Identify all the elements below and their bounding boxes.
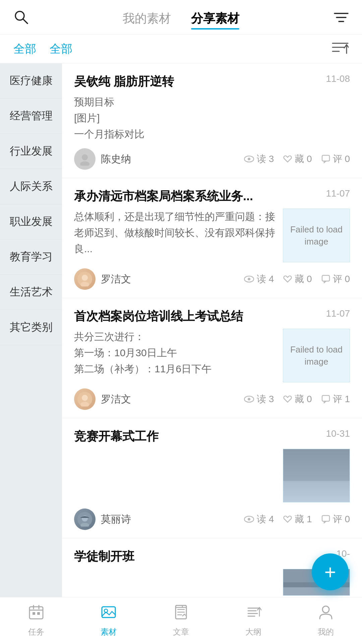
- card-3-read: 读 3: [244, 393, 274, 406]
- card-3-footer: 罗洁文 读 3 藏 0 评 1: [74, 388, 350, 410]
- card-2-avatar: [74, 268, 96, 290]
- sidebar: 医疗健康 经营管理 行业发展 人际关系 职业发展 教育学习 生活艺术 其它类别: [0, 63, 62, 627]
- nav-label-task: 任务: [28, 627, 44, 637]
- svg-rect-44: [322, 516, 329, 521]
- sort-icon[interactable]: [332, 41, 349, 57]
- card-2-title: 承办清远市档案局档案系统业务...: [74, 188, 319, 205]
- svg-rect-26: [283, 449, 350, 502]
- meeting-room-image: [283, 449, 350, 502]
- card-1-read: 读 3: [244, 153, 274, 165]
- svg-rect-29: [293, 452, 340, 471]
- card-3-title: 首次档案岗位培训线上考试总结: [74, 308, 319, 325]
- sidebar-item-management[interactable]: 经营管理: [0, 99, 62, 134]
- card-4-date: 10-31: [326, 428, 350, 439]
- subtab-all1[interactable]: 全部: [13, 41, 36, 57]
- card-4-body: [74, 449, 350, 502]
- svg-rect-25: [322, 395, 329, 401]
- nav-item-material[interactable]: 素材: [72, 604, 145, 637]
- svg-point-67: [322, 606, 329, 613]
- card-1-body: 预期目标[图片]一个月指标对比: [74, 94, 350, 142]
- nav-item-profile[interactable]: 我的: [290, 604, 362, 637]
- card-1-author: 陈史纳: [101, 152, 239, 166]
- card-3-date: 11-07: [326, 308, 350, 319]
- svg-point-10: [80, 161, 89, 166]
- subtab-all2[interactable]: 全部: [50, 41, 72, 57]
- header-tabs: 我的素材 分享素材: [123, 10, 239, 27]
- sidebar-item-relations[interactable]: 人际关系: [0, 169, 62, 204]
- card-1-date: 11-08: [326, 73, 350, 84]
- sidebar-item-industry[interactable]: 行业发展: [0, 134, 62, 169]
- svg-rect-13: [322, 155, 329, 161]
- card-2[interactable]: 承办清远市档案局档案系统业务... 11-07 总体顺利，还是出现了细节性的严重…: [62, 178, 362, 298]
- card-2-text: 总体顺利，还是出现了细节性的严重问题：接老师迟到、做核酸时间较长、没有跟邓科保持…: [74, 209, 276, 262]
- search-icon[interactable]: [13, 9, 28, 28]
- tab-my[interactable]: 我的素材: [123, 10, 171, 27]
- card-2-date: 11-07: [326, 188, 350, 199]
- svg-rect-36: [318, 480, 324, 488]
- card-2-comment: 评 0: [321, 273, 350, 285]
- nav-item-task[interactable]: 任务: [0, 604, 72, 637]
- plus-icon: +: [324, 560, 336, 584]
- filter-icon[interactable]: [334, 10, 349, 27]
- nav-item-article[interactable]: 文章: [145, 604, 217, 637]
- card-4-title: 竞赛开幕式工作: [74, 428, 319, 445]
- svg-rect-30: [295, 454, 339, 470]
- sidebar-item-education[interactable]: 教育学习: [0, 239, 62, 275]
- user-icon: [318, 604, 334, 624]
- sidebar-item-art[interactable]: 生活艺术: [0, 275, 62, 310]
- card-4[interactable]: 竞赛开幕式工作 10-31: [62, 418, 362, 538]
- card-1[interactable]: 吴钦纯 脂肪肝逆转 11-08 预期目标[图片]一个月指标对比 陈史纳 读 3: [62, 63, 362, 178]
- card-1-footer: 陈史纳 读 3 藏 0 评 0: [74, 148, 350, 170]
- svg-point-12: [248, 158, 250, 160]
- nav-item-outline[interactable]: 大纲: [217, 604, 290, 637]
- card-4-stats: 读 4 藏 1 评 0: [244, 513, 350, 526]
- card-4-header: 竞赛开幕式工作 10-31: [74, 428, 350, 445]
- svg-rect-27: [283, 449, 350, 476]
- svg-point-18: [248, 278, 250, 280]
- card-3-text: 共分三次进行：第一场：10月30日上午第二场（补考）：11月6日下午: [74, 329, 276, 382]
- nav-label-material: 素材: [101, 627, 117, 637]
- svg-point-32: [293, 482, 340, 494]
- card-3-body: 共分三次进行：第一场：10月30日上午第二场（补考）：11月6日下午 Faile…: [74, 329, 350, 382]
- card-1-stats: 读 3 藏 0 评 0: [244, 153, 350, 165]
- nav-label-profile: 我的: [318, 627, 334, 637]
- card-1-comment: 评 0: [321, 153, 350, 165]
- svg-rect-37: [327, 480, 334, 488]
- card-3[interactable]: 首次档案岗位培训线上考试总结 11-07 共分三次进行：第一场：10月30日上午…: [62, 298, 362, 418]
- card-1-fav: 藏 0: [283, 153, 312, 165]
- svg-rect-38: [337, 481, 343, 488]
- card-2-body: 总体顺利，还是出现了细节性的严重问题：接老师迟到、做核酸时间较长、没有跟邓科保持…: [74, 209, 350, 262]
- card-4-text: [74, 449, 276, 502]
- sidebar-item-career[interactable]: 职业发展: [0, 204, 62, 239]
- sidebar-item-medical[interactable]: 医疗健康: [0, 63, 62, 99]
- svg-point-15: [82, 275, 88, 281]
- card-4-footer: 莫丽诗 读 4 藏 1 评 0: [74, 508, 350, 530]
- svg-rect-35: [309, 480, 315, 488]
- article-icon: [173, 604, 189, 624]
- svg-rect-34: [299, 480, 305, 488]
- sidebar-item-other[interactable]: 其它类别: [0, 310, 62, 345]
- svg-point-43: [248, 518, 250, 521]
- card-4-avatar: [74, 508, 96, 530]
- svg-marker-31: [310, 451, 323, 471]
- nav-label-outline: 大纲: [245, 627, 261, 637]
- tab-share[interactable]: 分享素材: [191, 10, 239, 27]
- card-4-author: 莫丽诗: [101, 513, 239, 526]
- card-4-fav: 藏 1: [283, 513, 312, 526]
- card-2-stats: 读 4 藏 0 评 0: [244, 273, 350, 285]
- card-3-image: Failed to load image: [283, 329, 350, 382]
- svg-rect-52: [33, 612, 35, 615]
- card-2-fav: 藏 0: [283, 273, 312, 285]
- card-3-stats: 读 3 藏 0 评 1: [244, 393, 350, 406]
- svg-rect-53: [37, 612, 40, 615]
- svg-rect-28: [283, 486, 350, 502]
- svg-point-24: [248, 398, 250, 400]
- card-3-avatar: [74, 388, 96, 410]
- card-1-title: 吴钦纯 脂肪肝逆转: [74, 73, 319, 90]
- card-2-author: 罗洁文: [101, 272, 239, 286]
- svg-rect-19: [322, 275, 329, 281]
- card-4-image: [283, 449, 350, 502]
- fab-add-button[interactable]: +: [312, 553, 349, 590]
- card-2-header: 承办清远市档案局档案系统业务... 11-07: [74, 188, 350, 205]
- card-1-text: 预期目标[图片]一个月指标对比: [74, 94, 350, 142]
